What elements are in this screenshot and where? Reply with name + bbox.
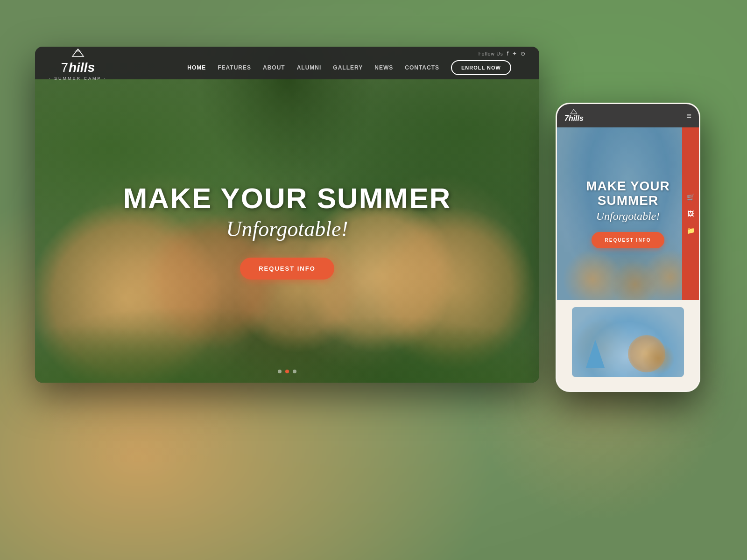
slide-dots xyxy=(278,370,296,373)
mobile-navbar: 7hills ≡ xyxy=(557,104,699,127)
nav-features[interactable]: FEATURES xyxy=(218,64,251,71)
cart-icon[interactable]: 🛒 xyxy=(687,193,695,201)
mobile-thumbnail xyxy=(572,307,684,377)
logo[interactable]: 7 hills · SUMMER CAMP · xyxy=(49,48,106,81)
mobile-request-info-button[interactable]: REQUEST INFO xyxy=(592,232,664,248)
folder-icon[interactable]: 📁 xyxy=(687,227,695,234)
facebook-icon[interactable]: f xyxy=(507,50,508,57)
mobile-hero-section: MAKE YOUR SUMMER Unforgotable! REQUEST I… xyxy=(557,127,699,300)
gallery-icon[interactable]: 🖼 xyxy=(687,210,694,217)
follow-us-label: Follow Us xyxy=(479,51,503,56)
logo-mountain-icon xyxy=(70,48,86,59)
desktop-mockup: Follow Us f ✦ ⊙ 7 hills · SUMMER CAMP · … xyxy=(35,47,539,383)
mobile-bottom-section xyxy=(557,300,699,391)
logo-name: hills xyxy=(69,61,95,74)
desktop-navbar: Follow Us f ✦ ⊙ 7 hills · SUMMER CAMP · … xyxy=(35,47,539,79)
enroll-now-button[interactable]: ENROLL NOW xyxy=(451,60,511,75)
dot-3[interactable] xyxy=(293,370,296,373)
dot-1[interactable] xyxy=(278,370,282,373)
dot-2[interactable] xyxy=(285,370,289,373)
nav-links: HOME FEATURES ABOUT ALUMNI GALLERY NEWS … xyxy=(187,60,511,75)
mobile-logo-area: 7hills xyxy=(564,109,584,123)
follow-us-area: Follow Us f ✦ ⊙ xyxy=(479,50,525,57)
logo-subtitle: · SUMMER CAMP · xyxy=(49,76,106,81)
party-hat-shape xyxy=(586,340,605,368)
svg-marker-3 xyxy=(571,109,577,114)
nav-home[interactable]: HOME xyxy=(187,64,206,71)
logo-number: 7 xyxy=(61,60,68,75)
nav-news[interactable]: NEWS xyxy=(374,64,393,71)
nav-about[interactable]: ABOUT xyxy=(263,64,285,71)
mobile-mockup: 7hills ≡ MAKE YOUR SUMMER Unforgotable! … xyxy=(556,103,700,392)
mobile-sidebar: 🛒 🖼 📁 xyxy=(682,127,699,300)
twitter-icon[interactable]: ✦ xyxy=(512,50,517,57)
hero-subtitle: Unforgotable! xyxy=(226,217,348,241)
mobile-logo-text: 7hills xyxy=(564,114,584,123)
mobile-hero-content: MAKE YOUR SUMMER Unforgotable! REQUEST I… xyxy=(557,127,699,300)
hero-main-title: MAKE YOUR SUMMER xyxy=(123,182,451,214)
nav-alumni[interactable]: ALUMNI xyxy=(297,64,322,71)
mobile-hero-subtitle: Unforgotable! xyxy=(596,210,660,223)
mobile-hero-title: MAKE YOUR SUMMER xyxy=(566,179,690,208)
desktop-hero-content: MAKE YOUR SUMMER Unforgotable! REQUEST I… xyxy=(35,79,539,383)
nav-gallery[interactable]: GALLERY xyxy=(333,64,363,71)
desktop-request-info-button[interactable]: REQUEST INFO xyxy=(240,258,334,280)
mobile-menu-icon[interactable]: ≡ xyxy=(686,111,691,121)
nav-contacts[interactable]: CONTACTS xyxy=(405,64,439,71)
instagram-icon[interactable]: ⊙ xyxy=(521,50,525,57)
logo-text-area: 7 hills xyxy=(61,60,95,75)
